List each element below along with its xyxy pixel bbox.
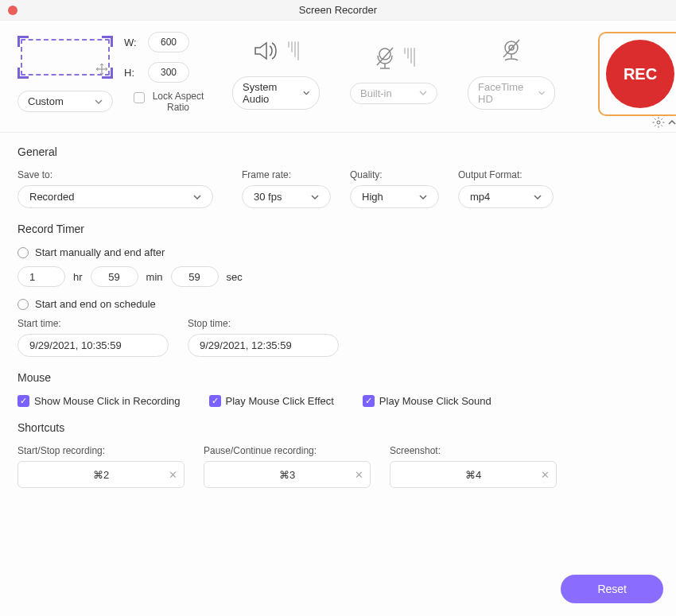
mouse-section-title: Mouse [17,371,659,384]
quality-label: Quality: [350,169,439,180]
quality-select[interactable]: High [350,185,439,208]
reset-button[interactable]: Reset [561,575,663,603]
width-label: W: [124,37,140,48]
chevron-down-icon [95,98,103,106]
svg-point-5 [657,121,660,124]
timer-schedule-radio[interactable] [17,299,29,310]
speaker-icon [253,38,282,64]
shortcut-start-input[interactable]: ⌘2 ✕ [17,461,185,488]
crop-corner-tr-icon [102,36,113,47]
crop-corner-bl-icon [17,68,29,79]
chevron-down-icon [419,89,427,97]
output-format-select[interactable]: mp4 [458,185,554,208]
play-click-effect-checkbox[interactable]: ✓ [209,395,221,407]
chevron-down-icon [193,193,201,201]
stop-time-label: Stop time: [188,318,339,329]
timer-sec-input[interactable]: 59 [171,266,219,287]
play-click-effect-label: Play Mouse Click Effect [226,395,334,407]
webcam-off-icon [499,38,524,64]
settings-gear-icon[interactable] [652,116,665,129]
play-click-sound-label: Play Mouse Click Sound [379,395,491,407]
crop-corner-tl-icon [17,36,29,47]
system-audio-select[interactable]: System Audio [232,76,320,110]
window-title: Screen Recorder [0,4,676,16]
microphone-off-icon [372,45,398,70]
frame-rate-select[interactable]: 30 fps [242,185,331,208]
clear-icon[interactable]: ✕ [541,469,550,481]
area-mode-value: Custom [28,95,64,107]
shortcut-pause-label: Pause/Continue recording: [204,445,371,456]
lock-aspect-label: Lock Aspect Ratio [150,91,207,113]
chevron-up-icon[interactable] [668,118,676,126]
svg-point-0 [379,48,390,60]
lock-aspect-checkbox[interactable] [134,92,145,103]
timer-hr-input[interactable]: 1 [17,266,65,287]
output-format-label: Output Format: [458,169,554,180]
stop-time-input[interactable]: 9/29/2021, 12:35:59 [188,334,339,357]
record-button-frame: REC [598,32,676,116]
area-mode-select[interactable]: Custom [17,91,113,112]
camera-select[interactable]: FaceTime HD [468,76,555,110]
clear-icon[interactable]: ✕ [355,469,363,481]
play-click-sound-checkbox[interactable]: ✓ [363,395,375,407]
shortcut-screenshot-label: Screenshot: [390,445,557,456]
microphone-select[interactable]: Built-in [350,83,437,104]
show-mouse-click-checkbox[interactable]: ✓ [17,395,29,407]
move-icon [95,63,108,76]
clear-icon[interactable]: ✕ [169,469,177,481]
camera-value: FaceTime HD [478,81,532,105]
system-audio-value: System Audio [243,81,297,105]
timer-manual-radio[interactable] [17,247,29,258]
timer-manual-label: Start manually and end after [35,246,165,258]
general-section-title: General [17,145,659,158]
chevron-down-icon [538,89,545,97]
width-input[interactable]: 600 [148,32,189,52]
save-to-label: Save to: [17,169,223,180]
speaker-level-icon [288,41,299,60]
shortcut-pause-input[interactable]: ⌘3 ✕ [204,461,371,488]
height-label: H: [124,67,140,79]
shortcuts-section-title: Shortcuts [17,421,659,434]
start-time-label: Start time: [17,318,169,329]
chevron-down-icon [303,89,309,97]
show-mouse-click-label: Show Mouse Click in Recording [34,395,181,407]
sec-label: sec [227,271,243,283]
microphone-value: Built-in [360,87,392,99]
save-to-select[interactable]: Recorded [17,185,213,208]
titlebar: Screen Recorder [0,0,676,21]
shortcut-screenshot-input[interactable]: ⌘4 ✕ [390,461,557,488]
chevron-down-icon [311,193,319,201]
timer-schedule-label: Start and end on schedule [35,298,156,310]
chevron-down-icon [534,193,542,201]
hr-label: hr [73,271,83,283]
record-button[interactable]: REC [606,40,674,108]
height-input[interactable]: 300 [148,62,189,83]
chevron-down-icon [419,193,427,201]
frame-rate-label: Frame rate: [242,169,331,180]
timer-min-input[interactable]: 59 [91,266,138,287]
shortcut-start-label: Start/Stop recording: [17,445,185,456]
start-time-input[interactable]: 9/29/2021, 10:35:59 [17,334,169,357]
mic-level-icon [404,48,415,67]
min-label: min [146,271,163,283]
capture-area-selector[interactable] [17,36,113,79]
record-timer-section-title: Record Timer [17,223,659,235]
